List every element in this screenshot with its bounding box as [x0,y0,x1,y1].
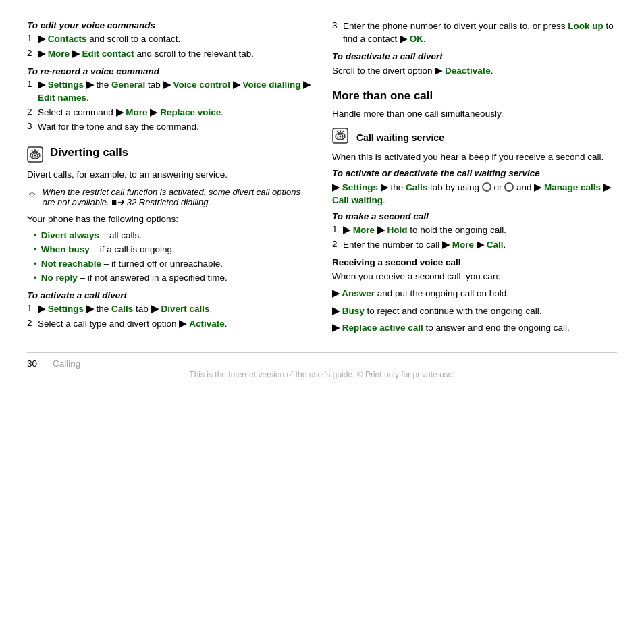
divert-calls-link: Divert calls [161,304,209,314]
diverting-icon [27,146,45,164]
settings-link-1: Settings [48,80,84,90]
more-link-1: More [48,49,70,59]
step-1-rerecord: 1 ▶ Settings ▶ the General tab ▶ Voice c… [27,79,312,105]
svg-point-3 [34,155,36,157]
call-waiting-icon [332,128,351,146]
answer-option: ▶ Answer and put the ongoing call on hol… [332,287,617,300]
step-1-edit: 1 ▶ Contacts and scroll to a contact. [27,33,312,46]
rerecord-steps: 1 ▶ Settings ▶ the General tab ▶ Voice c… [27,79,312,134]
deactivate-divert-title: To deactivate a call divert [332,51,617,61]
deactivate-divert-body: Scroll to the divert option ▶ Deactivate… [332,64,617,78]
divert-options-list: • Divert always – all calls. • When busy… [34,230,312,285]
ok-link: OK [410,34,423,44]
not-reachable-link: Not reachable [41,259,101,269]
settings-link-3: Settings [342,182,378,192]
call-waiting-body: When this is activated you hear a beep i… [332,151,617,164]
settings-link-2: Settings [48,304,84,314]
deactivate-link: Deactivate [445,65,491,76]
more-link-4: More [452,240,474,250]
left-column: To edit your voice commands 1 ▶ Contacts… [27,20,312,339]
manage-calls-link: Manage calls [544,182,601,192]
voice-control-link: Voice control [173,80,230,90]
lookup-link: Look up [568,21,603,31]
more-link-3: More [353,225,375,235]
activate-divert-steps: 1 ▶ Settings ▶ the Calls tab ▶ Divert ca… [27,303,312,331]
replace-active-link: Replace active call [342,323,423,333]
more-than-one-call-heading: More than one call [332,89,433,103]
tip-box: ☼ When the restrict call function is act… [27,187,312,207]
contacts-link: Contacts [48,34,87,44]
step-2-rerecord: 2 Select a command ▶ More ▶ Replace voic… [27,107,312,119]
step-3-divert: 3 Enter the phone number to divert your … [332,20,617,46]
right-column: 3 Enter the phone number to divert your … [332,20,617,339]
calls-tab-link-1: Calls [111,304,133,314]
divert-step3: 3 Enter the phone number to divert your … [332,20,617,46]
activate-step-1: 1 ▶ Settings ▶ the Calls tab ▶ Divert ca… [27,303,312,316]
footer-main: 30 Calling [27,358,617,369]
call-waiting-link: Call waiting [332,195,383,205]
hold-link: Hold [387,225,408,235]
replace-voice-link: Replace voice [160,107,221,117]
diverting-calls-body: Divert calls, for example, to an answeri… [27,168,312,182]
divert-option-4: • No reply – if not answered in a specif… [34,272,312,285]
no-reply-link: No reply [41,273,78,283]
tip-icon: ☼ [27,188,37,200]
more-than-one-call-body: Handle more than one call simultaneously… [332,107,617,121]
tip-text: When the restrict call function is activ… [43,187,312,207]
section-rerecord-title: To re-record a voice command [27,66,312,76]
busy-link: Busy [342,306,365,316]
options-intro: Your phone has the following options: [27,213,312,226]
second-call-title: To make a second call [332,211,617,221]
divert-option-2: • When busy – if a call is ongoing. [34,244,312,257]
call-waiting-label: Call waiting service [356,132,444,143]
edit-voice-steps: 1 ▶ Contacts and scroll to a contact. 2 … [27,33,312,61]
edit-contact-link: Edit contact [82,49,134,59]
more-than-one-call-section: More than one call [332,89,617,103]
general-link: General [111,80,145,90]
second-call-steps: 1 ▶ More ▶ Hold to hold the ongoing call… [332,224,617,252]
busy-option: ▶ Busy to reject and continue with the o… [332,304,617,318]
answer-link: Answer [342,288,375,298]
activate-waiting-steps: ▶ Settings ▶ the Calls tab by using or a… [332,181,617,207]
second-call-step-1: 1 ▶ More ▶ Hold to hold the ongoing call… [332,224,617,237]
edit-names-link: Edit names [38,92,86,103]
page-layout: To edit your voice commands 1 ▶ Contacts… [27,20,617,339]
step-2-edit: 2 ▶ More ▶ Edit contact and scroll to th… [27,48,312,61]
diverting-calls-heading: Diverting calls [50,146,128,159]
diverting-calls-section: Diverting calls [27,146,312,164]
circle-icon-2 [504,182,514,192]
divert-always-link: Divert always [41,230,99,240]
calls-tab-link-2: Calls [406,182,427,192]
more-link-2: More [126,107,147,117]
section-name: Calling [53,358,80,369]
svg-line-12 [337,131,339,133]
voice-dialling-link: Voice dialling [242,80,300,90]
svg-line-6 [36,150,38,152]
page-number: 30 [27,358,47,369]
svg-point-10 [340,136,342,138]
second-call-step-2: 2 Enter the number to call ▶ More ▶ Call… [332,239,617,252]
page-footer: 30 Calling This is the Internet version … [27,352,617,379]
section-edit-voice-title: To edit your voice commands [27,20,312,30]
svg-line-5 [32,150,34,152]
divert-option-1: • Divert always – all calls. [34,230,312,242]
circle-icon-1 [482,182,491,192]
call-waiting-section: Call waiting service [332,127,617,146]
replace-option: ▶ Replace active call to answer and end … [332,321,617,335]
call-link: Call [487,240,504,250]
divert-option-3: • Not reachable – if turned off or unrea… [34,258,312,271]
svg-line-13 [342,131,344,133]
activate-link: Activate [189,319,225,329]
receiving-second-call-label: Receiving a second voice call [332,257,617,267]
footer-notice: This is the Internet version of the user… [27,370,617,379]
when-busy-link: When busy [41,244,90,254]
receiving-second-call-body: When you receive a second call, you can: [332,270,617,284]
activate-divert-title: To activate a call divert [27,290,312,300]
step-3-rerecord: 3 Wait for the tone and say the command. [27,121,312,134]
activate-step-2: 2 Select a call type and divert option ▶… [27,318,312,331]
activate-waiting-title: To activate or deactivate the call waiti… [332,168,617,178]
